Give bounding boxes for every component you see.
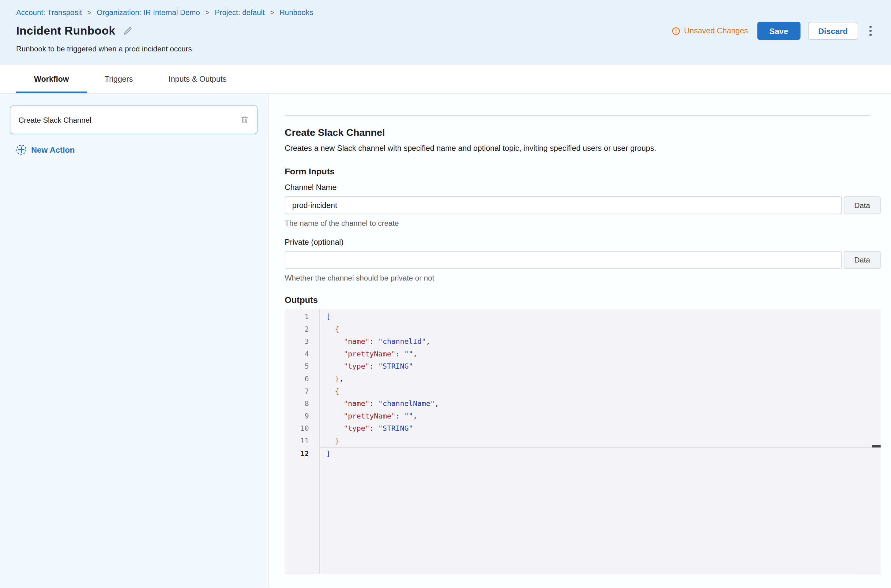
code-line: 10 "type": "STRING": [285, 422, 880, 435]
action-title: Create Slack Channel: [285, 127, 880, 139]
code-text: {: [326, 323, 339, 335]
code-text: },: [326, 373, 343, 385]
app-window: Account: Transposit > Organization: IR I…: [0, 0, 891, 588]
code-text: "prettyName": "",: [326, 348, 417, 360]
code-line: 8 "name": "channelName",: [285, 398, 880, 410]
breadcrumb-project[interactable]: Project: default: [215, 8, 265, 16]
code-line: 3 "name": "channelId",: [285, 335, 880, 348]
private-data-button[interactable]: Data: [844, 251, 880, 269]
code-text: "prettyName": "",: [326, 410, 417, 423]
code-text: "name": "channelId",: [326, 335, 430, 348]
private-label: Private (optional): [285, 238, 880, 246]
line-number: 3: [285, 335, 309, 348]
code-text: "type": "STRING": [326, 360, 413, 373]
line-number: 6: [285, 373, 309, 385]
code-text: {: [326, 385, 339, 398]
title-row: Incident Runbook Unsaved Changes Save Di…: [16, 22, 875, 40]
code-line: 11 }: [285, 435, 880, 447]
code-text: }: [326, 435, 339, 447]
breadcrumb-separator: >: [270, 8, 274, 16]
channel-name-field: Channel Name Data The name of the channe…: [285, 183, 880, 228]
code-text: "type": "STRING": [326, 422, 413, 435]
breadcrumb-runbooks[interactable]: Runbooks: [280, 8, 313, 16]
workflow-step-create-slack-channel[interactable]: Create Slack Channel: [10, 105, 257, 134]
breadcrumb: Account: Transposit > Organization: IR I…: [16, 8, 875, 16]
new-action-button[interactable]: New Action: [16, 144, 258, 156]
channel-name-data-button[interactable]: Data: [844, 196, 880, 214]
private-input-row: Data: [285, 251, 880, 269]
breadcrumb-separator: >: [205, 8, 209, 16]
private-input[interactable]: [285, 251, 842, 269]
code-text: [: [326, 310, 330, 323]
tab-workflow[interactable]: Workflow: [16, 64, 87, 93]
channel-name-input-row: Data: [285, 196, 880, 214]
breadcrumb-organization[interactable]: Organization: IR Internal Demo: [97, 8, 200, 16]
code-line: 5 "type": "STRING": [285, 360, 880, 373]
pencil-icon[interactable]: [123, 26, 132, 36]
channel-name-input[interactable]: [285, 196, 842, 214]
tab-inputs-outputs[interactable]: Inputs & Outputs: [151, 64, 244, 93]
line-number: 12: [285, 447, 309, 460]
discard-button[interactable]: Discard: [808, 22, 858, 40]
line-number: 9: [285, 410, 309, 423]
line-number: 4: [285, 348, 309, 360]
code-line: 4 "prettyName": "",: [285, 348, 880, 360]
trash-icon: [240, 115, 249, 124]
private-field: Private (optional) Data Whether the chan…: [285, 238, 880, 282]
tab-bar: Workflow Triggers Inputs & Outputs: [0, 64, 891, 94]
plus-circle-icon: [16, 144, 27, 156]
code-line: 2 {: [285, 323, 880, 335]
outputs-code-editor[interactable]: 1[2 {3 "name": "channelId",4 "prettyName…: [285, 309, 880, 574]
line-number: 7: [285, 385, 309, 398]
line-number: 1: [285, 310, 309, 323]
unsaved-changes-label: Unsaved Changes: [684, 27, 748, 35]
line-number: 5: [285, 360, 309, 373]
new-action-label: New Action: [31, 145, 75, 154]
code-line: 7 {: [285, 385, 880, 398]
editor-scrollbar-thumb[interactable]: [872, 445, 880, 448]
code-line: 12]: [285, 447, 880, 460]
code-line: 1[: [285, 310, 880, 323]
outputs-code-lines: 1[2 {3 "name": "channelId",4 "prettyName…: [285, 310, 880, 460]
warning-icon: [672, 27, 680, 35]
more-options-button[interactable]: [866, 24, 875, 38]
channel-name-help: The name of the channel to create: [285, 219, 880, 227]
save-button[interactable]: Save: [757, 22, 801, 40]
editor-divider: [320, 448, 880, 448]
divider: [285, 115, 870, 116]
line-number: 2: [285, 323, 309, 335]
line-number: 11: [285, 435, 309, 447]
gutter-divider: [319, 309, 320, 574]
unsaved-changes-badge: Unsaved Changes: [672, 27, 748, 35]
workflow-steps-panel: Create Slack Channel New Action: [0, 94, 268, 588]
line-number: 8: [285, 398, 309, 410]
form-inputs-heading: Form Inputs: [285, 166, 880, 176]
action-description: Creates a new Slack channel with specifi…: [285, 144, 880, 154]
breadcrumb-separator: >: [87, 8, 92, 16]
code-text: "name": "channelName",: [326, 398, 439, 410]
page-header: Account: Transposit > Organization: IR I…: [0, 0, 891, 64]
outputs-heading: Outputs: [285, 295, 880, 305]
action-detail-panel: Create Slack Channel Creates a new Slack…: [268, 94, 891, 588]
content-area: Create Slack Channel New Action Create S…: [0, 94, 891, 588]
breadcrumb-account[interactable]: Account: Transposit: [16, 8, 82, 16]
private-help: Whether the channel should be private or…: [285, 273, 880, 282]
delete-step-button[interactable]: [238, 113, 251, 127]
kebab-icon: [869, 26, 872, 36]
code-line: 6 },: [285, 373, 880, 385]
tab-triggers[interactable]: Triggers: [87, 64, 151, 93]
channel-name-label: Channel Name: [285, 183, 880, 192]
page-title: Incident Runbook: [16, 24, 116, 38]
step-label: Create Slack Channel: [18, 116, 91, 124]
line-number: 10: [285, 422, 309, 435]
page-subtitle: Runbook to be triggered when a prod inci…: [16, 44, 875, 53]
code-text: ]: [326, 447, 330, 460]
code-line: 9 "prettyName": "",: [285, 410, 880, 423]
